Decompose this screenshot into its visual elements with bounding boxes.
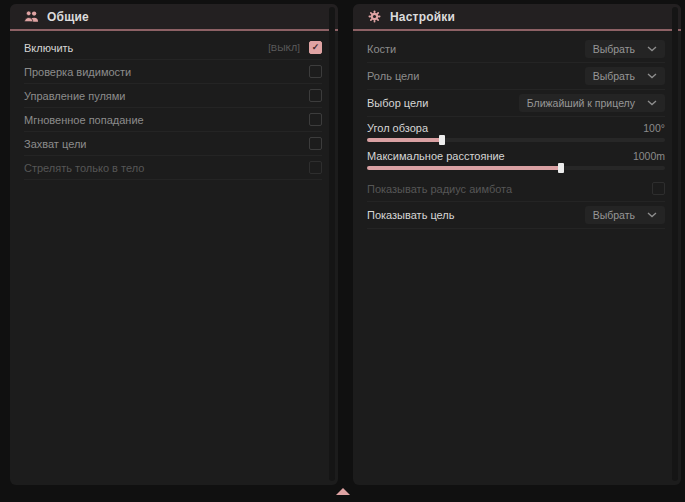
visibility-check-checkbox[interactable]: ✓ [309, 65, 322, 78]
scrollbar[interactable] [329, 7, 335, 481]
panel-settings-header: Настройки [353, 4, 681, 31]
bullet-control-checkbox[interactable]: ✓ [309, 89, 322, 102]
dropdown-value: Выбрать [593, 43, 635, 55]
max-distance-slider[interactable] [367, 166, 665, 170]
max-distance-value: 1000m [633, 150, 665, 162]
show-aimbot-radius-checkbox[interactable]: ✓ [652, 182, 665, 195]
row-bones: Кости Выбрать [367, 36, 665, 63]
users-icon [24, 10, 39, 23]
row-label: Управление пулями [24, 90, 126, 102]
row-body-only[interactable]: Стрелять только в тело ✓ [24, 156, 322, 180]
row-target-lock[interactable]: Захват цели ✓ [24, 132, 322, 156]
row-label: Кости [367, 43, 396, 55]
bones-dropdown[interactable]: Выбрать [585, 40, 665, 58]
show-target-dropdown[interactable]: Выбрать [585, 206, 665, 224]
row-show-target: Показывать цель Выбрать [367, 202, 665, 229]
slider-fill [367, 138, 442, 142]
row-enable[interactable]: Включить [ВЫКЛ] ✓ [24, 36, 322, 60]
row-instant-hit[interactable]: Мгновенное попадание ✓ [24, 108, 322, 132]
panel-general-header: Общие [10, 4, 338, 31]
slider-fill [367, 166, 561, 170]
target-role-dropdown[interactable]: Выбрать [585, 67, 665, 85]
target-lock-checkbox[interactable]: ✓ [309, 137, 322, 150]
chevron-down-icon [647, 100, 657, 106]
dropdown-value: Выбрать [593, 209, 635, 221]
row-bullet-control[interactable]: Управление пулями ✓ [24, 84, 322, 108]
row-fov: Угол обзора 100° [367, 117, 665, 145]
gear-icon [367, 10, 382, 23]
panel-title: Общие [47, 10, 89, 24]
row-label: Выбор цели [367, 97, 428, 109]
enable-checkbox[interactable]: ✓ [309, 41, 322, 54]
panel-title: Настройки [390, 10, 455, 24]
body-only-checkbox[interactable]: ✓ [309, 161, 322, 174]
row-label: Показывать цель [367, 209, 455, 221]
row-show-aimbot-radius[interactable]: Показывать радиус аимбота ✓ [367, 176, 665, 202]
row-label: Захват цели [24, 138, 86, 150]
expand-up-indicator[interactable] [336, 488, 350, 495]
dropdown-value: Выбрать [593, 70, 635, 82]
chevron-down-icon [647, 46, 657, 52]
row-max-distance: Максимальное расстояние 1000m [367, 145, 665, 176]
row-label: Роль цели [367, 70, 419, 82]
row-label: Проверка видимости [24, 66, 131, 78]
dropdown-value: Ближайший к прицелу [527, 97, 635, 109]
chevron-down-icon [647, 73, 657, 79]
target-selection-dropdown[interactable]: Ближайший к прицелу [519, 94, 665, 112]
fov-slider[interactable] [367, 138, 665, 142]
row-label: Включить [24, 42, 73, 54]
hotkey-label: [ВЫКЛ] [268, 42, 300, 53]
row-label: Мгновенное попадание [24, 114, 144, 126]
row-visibility-check[interactable]: Проверка видимости ✓ [24, 60, 322, 84]
panel-settings: Настройки Кости Выбрать Роль цели Выбрат… [353, 4, 681, 485]
row-label: Показывать радиус аимбота [367, 183, 512, 195]
panel-general: Общие Включить [ВЫКЛ] ✓ Проверка видимос… [10, 4, 338, 485]
row-target-role: Роль цели Выбрать [367, 63, 665, 90]
row-label: Угол обзора [367, 122, 428, 134]
row-label: Максимальное расстояние [367, 150, 505, 162]
slider-handle[interactable] [558, 163, 564, 173]
chevron-down-icon [647, 212, 657, 218]
row-target-selection: Выбор цели Ближайший к прицелу [367, 90, 665, 117]
fov-value: 100° [643, 122, 665, 134]
scrollbar[interactable] [672, 7, 678, 481]
slider-handle[interactable] [439, 135, 445, 145]
instant-hit-checkbox[interactable]: ✓ [309, 113, 322, 126]
check-icon: ✓ [312, 43, 320, 52]
row-label: Стрелять только в тело [24, 162, 144, 174]
